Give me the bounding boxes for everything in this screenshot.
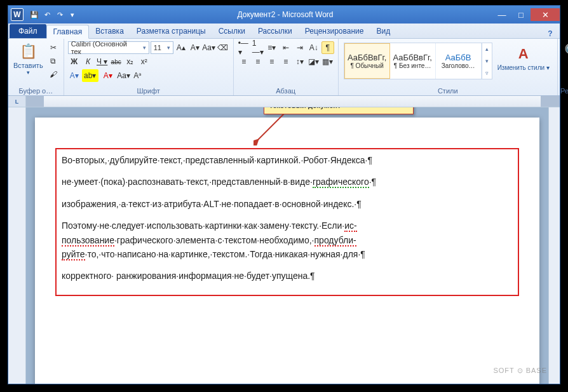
find-icon: 🔍 xyxy=(563,41,568,62)
document-area[interactable]: Ctrl+V - вставит скопированный в буфер т… xyxy=(26,107,548,384)
shading-button[interactable]: ◪▾ xyxy=(308,55,320,68)
tab-view[interactable]: Вид xyxy=(370,24,396,38)
cut-button[interactable]: ✂ xyxy=(47,41,60,54)
change-case2-button[interactable]: Aa▾ xyxy=(118,69,130,82)
copy-button[interactable]: ⧉ xyxy=(47,55,60,67)
vertical-ruler[interactable] xyxy=(8,107,26,384)
align-right-button[interactable]: ≡ xyxy=(266,55,278,68)
ribbon-tabs: Файл Главная Вставка Разметка страницы С… xyxy=(8,24,560,39)
group-editing: 🔍 Редактирование xyxy=(558,39,568,95)
close-button[interactable]: ✕ xyxy=(531,8,560,21)
window-title: Документ2 - Microsoft Word xyxy=(78,10,492,19)
svg-line-0 xyxy=(257,112,285,140)
align-center-button[interactable]: ≡ xyxy=(252,55,264,68)
styles-gallery[interactable]: АаБбВвГг, ¶ Обычный АаБбВвГг, ¶ Без инте… xyxy=(344,43,492,79)
app-icon: W xyxy=(11,8,24,21)
paste-button[interactable]: 📋 Вставить ▾ xyxy=(11,40,46,86)
font-name-combo[interactable]: Calibri (Основной тек xyxy=(68,41,149,54)
change-case-button[interactable]: Aa▾ xyxy=(203,41,215,54)
style-heading1[interactable]: АаБбВ Заголово… xyxy=(436,43,482,79)
italic-button[interactable]: К xyxy=(82,55,95,68)
strike-button[interactable]: abc xyxy=(110,55,123,68)
clear-format-button[interactable]: ⌫ xyxy=(217,41,229,54)
title-bar: W 💾 ↶ ↷ ▾ Документ2 - Microsoft Word — □… xyxy=(8,6,560,24)
group-label: Буфер о… xyxy=(11,86,61,95)
borders-button[interactable]: ▦▾ xyxy=(321,55,334,68)
undo-button[interactable]: ↶ xyxy=(41,9,53,20)
font-dialog-button[interactable]: Aᵃ xyxy=(132,69,144,82)
change-styles-button[interactable]: A Изменить стили ▾ xyxy=(495,43,552,72)
numbering-button[interactable]: 1—▾ xyxy=(252,41,264,54)
help-icon[interactable]: ? xyxy=(544,29,556,38)
indent-button[interactable]: ⇥ xyxy=(294,41,306,54)
save-button[interactable]: 💾 xyxy=(29,9,40,20)
doc-paragraph[interactable]: Во-вторых,·дублируйте·текст,·представлен… xyxy=(62,153,513,167)
find-button[interactable]: 🔍 xyxy=(560,40,568,86)
align-left-button[interactable]: ≡ xyxy=(238,55,250,68)
group-label: Редактирование xyxy=(560,86,568,95)
bullets-button[interactable]: •—▾ xyxy=(238,41,250,54)
tab-mailings[interactable]: Рассылки xyxy=(252,24,299,38)
doc-paragraph[interactable]: Поэтому·не·следует·использовать·картинки… xyxy=(62,219,513,261)
grow-font-button[interactable]: A▴ xyxy=(175,41,187,54)
superscript-button[interactable]: x² xyxy=(138,55,151,68)
dedent-button[interactable]: ⇤ xyxy=(280,41,292,54)
group-clipboard: 📋 Вставить ▾ ✂ ⧉ 🖌 Буфер о… xyxy=(8,39,64,95)
tab-references[interactable]: Ссылки xyxy=(212,24,252,38)
maximize-button[interactable]: □ xyxy=(511,8,531,21)
align-justify-button[interactable]: ≡ xyxy=(280,55,292,68)
group-font: Calibri (Основной тек 11 A▴ A▾ Aa▾ ⌫ Ж К… xyxy=(64,39,234,95)
tab-selector[interactable]: L xyxy=(8,96,26,107)
page[interactable]: Ctrl+V - вставит скопированный в буфер т… xyxy=(35,118,539,384)
paste-label: Вставить xyxy=(13,62,43,69)
redo-button[interactable]: ↷ xyxy=(54,9,65,20)
font-color-button[interactable]: A▾ xyxy=(100,69,116,82)
multilevel-button[interactable]: ≡▾ xyxy=(266,41,278,54)
tab-file[interactable]: Файл xyxy=(10,24,46,38)
shrink-font-button[interactable]: A▾ xyxy=(189,41,201,54)
group-label: Стили xyxy=(341,86,555,95)
text-effects-button[interactable]: A▾ xyxy=(68,69,81,82)
style-normal[interactable]: АаБбВвГг, ¶ Обычный xyxy=(344,43,390,79)
group-label: Шрифт xyxy=(67,86,231,95)
tab-insert[interactable]: Вставка xyxy=(89,24,130,38)
tab-layout[interactable]: Разметка страницы xyxy=(130,24,212,38)
paste-icon: 📋 xyxy=(18,41,38,62)
watermark: SOFT ⊙ BASE xyxy=(493,367,547,375)
group-label: Абзац xyxy=(236,86,335,95)
subscript-button[interactable]: x₂ xyxy=(124,55,137,68)
doc-paragraph[interactable]: не·умеет·(пока)·распознавать·текст,·пред… xyxy=(62,175,513,189)
format-painter-button[interactable]: 🖌 xyxy=(47,68,60,81)
ribbon: 📋 Вставить ▾ ✂ ⧉ 🖌 Буфер о… Calibri (Осн… xyxy=(8,39,560,96)
callout-tooltip: Ctrl+V - вставит скопированный в буфер т… xyxy=(264,107,414,114)
gallery-scroll[interactable]: ▴▾▿ xyxy=(482,43,492,79)
font-size-combo[interactable]: 11 xyxy=(151,41,173,54)
selection-box: Во-вторых,·дублируйте·текст,·представлен… xyxy=(55,148,519,296)
vertical-scrollbar[interactable] xyxy=(548,107,560,384)
doc-paragraph[interactable]: корректного· ранжирования·информация·не·… xyxy=(62,269,513,283)
quick-access-toolbar: 💾 ↶ ↷ ▾ xyxy=(29,9,78,20)
highlight-button[interactable]: ab▾ xyxy=(82,69,98,82)
group-styles: АаБбВвГг, ¶ Обычный АаБбВвГг, ¶ Без инте… xyxy=(339,39,558,95)
group-paragraph: •—▾ 1—▾ ≡▾ ⇤ ⇥ A↓ ¶ ≡ ≡ ≡ ≡ ↕▾ ◪▾ ▦▾ xyxy=(234,39,339,95)
style-no-spacing[interactable]: АаБбВвГг, ¶ Без инте… xyxy=(390,43,436,79)
horizontal-ruler[interactable]: L xyxy=(8,96,560,107)
sort-button[interactable]: A↓ xyxy=(308,41,320,54)
qat-more-button[interactable]: ▾ xyxy=(67,9,78,20)
bold-button[interactable]: Ж xyxy=(68,55,81,68)
doc-paragraph[interactable]: изображения,·а·текст·из·атрибута·ALT·не·… xyxy=(62,197,513,211)
underline-button[interactable]: Ч ▾ xyxy=(96,55,109,68)
tab-home[interactable]: Главная xyxy=(46,25,90,39)
change-styles-icon: A xyxy=(513,44,534,64)
line-spacing-button[interactable]: ↕▾ xyxy=(294,55,306,68)
tab-review[interactable]: Рецензирование xyxy=(299,24,370,38)
show-marks-button[interactable]: ¶ xyxy=(321,41,334,54)
minimize-button[interactable]: — xyxy=(492,8,511,21)
